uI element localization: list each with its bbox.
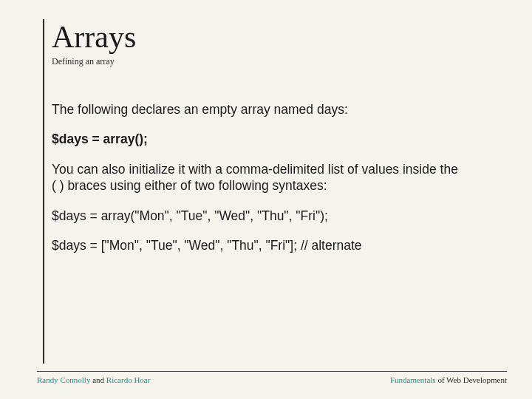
paragraph-init: You can also initialize it with a comma-…	[52, 161, 466, 194]
author-1: Randy Connolly	[37, 375, 90, 384]
slide-title: Arrays	[52, 21, 495, 53]
footer-authors: Randy Connolly and Ricardo Hoar	[37, 375, 150, 384]
author-joiner: and	[90, 375, 106, 384]
slide-body: The following declares an empty array na…	[52, 101, 495, 253]
code-alternate-syntax: $days = ["Mon", "Tue", "Wed", "Thu", "Fr…	[52, 237, 466, 253]
slide-footer: Randy Connolly and Ricardo Hoar Fundamen…	[37, 371, 507, 384]
footer-rule	[37, 371, 507, 372]
code-array-syntax: $days = array("Mon", "Tue", "Wed", "Thu"…	[52, 208, 466, 224]
book-word-1: Fundamentals	[390, 375, 436, 384]
author-2: Ricardo Hoar	[106, 375, 151, 384]
code-empty-array: $days = array();	[52, 131, 466, 147]
slide-subtitle: Defining an array	[52, 56, 495, 67]
footer-book: Fundamentals of Web Development	[390, 375, 507, 384]
footer-row: Randy Connolly and Ricardo Hoar Fundamen…	[37, 375, 507, 384]
book-word-2: of Web Development	[436, 375, 507, 384]
paragraph-intro: The following declares an empty array na…	[52, 101, 466, 117]
vertical-rule	[43, 19, 44, 364]
